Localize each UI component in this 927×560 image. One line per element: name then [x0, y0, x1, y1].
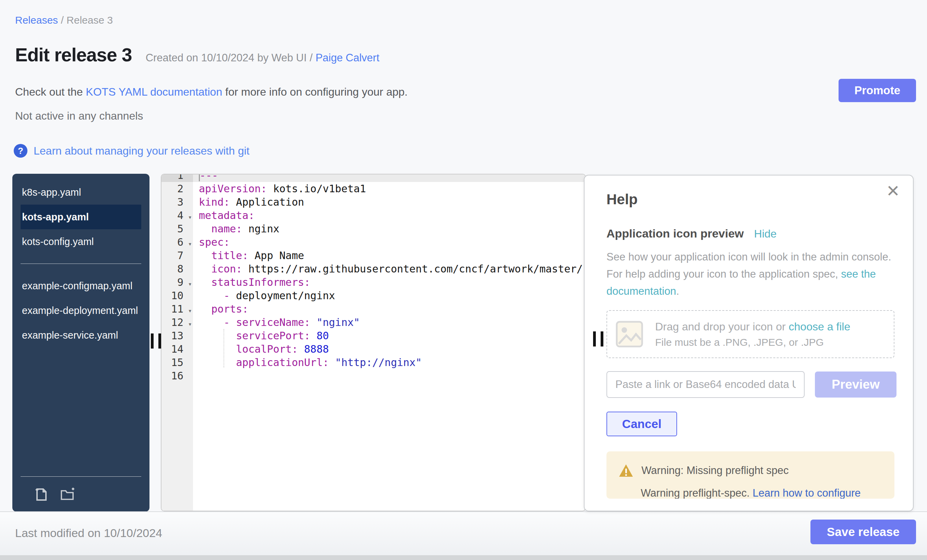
breadcrumb-separator: /	[58, 14, 67, 26]
warning-header: Warning: Missing preflight spec	[619, 464, 894, 477]
file-name-label: kots-app.yaml	[22, 211, 89, 222]
resize-bar	[593, 331, 596, 346]
add-file-icon[interactable]	[32, 485, 49, 502]
save-release-button[interactable]: Save release	[810, 519, 916, 544]
line-number: 16	[171, 370, 184, 382]
icon-url-row: Preview	[606, 371, 913, 398]
line-number: 7	[177, 249, 184, 261]
line-number: 4	[177, 209, 184, 222]
code-line[interactable]: 5 ▾ name: nginx	[161, 222, 585, 235]
code-line[interactable]: 8 ▾ icon: https://raw.githubusercontent.…	[161, 262, 585, 276]
resize-bar	[158, 334, 161, 349]
code-line[interactable]: 10 ▾ - deployment/nginx	[161, 289, 585, 302]
preflight-warning-box: Warning: Missing preflight spec Warning …	[606, 451, 894, 499]
sidebar-divider	[21, 264, 141, 264]
code-text: name: nginx	[193, 222, 585, 235]
file-list-item[interactable]: example-deployment.yaml	[21, 298, 141, 323]
hide-link[interactable]: Hide	[754, 228, 777, 240]
line-number: 6	[177, 236, 184, 248]
code-line[interactable]: 6 ▾ spec:	[161, 235, 585, 249]
promote-button[interactable]: Promote	[839, 79, 916, 102]
editor-content: 1 ▾ --- 2 ▾ apiVersion: kots.io/v1beta1 …	[161, 174, 585, 382]
file-list-item[interactable]: kots-app.yaml	[21, 205, 141, 229]
line-number-cell: 13 ▾	[161, 329, 193, 342]
preview-button[interactable]: Preview	[815, 372, 897, 398]
code-text: title: App Name	[193, 249, 585, 262]
code-line[interactable]: 1 ▾ ---	[161, 174, 585, 182]
code-line[interactable]: 7 ▾ title: App Name	[161, 249, 585, 262]
line-number: 2	[177, 183, 184, 195]
title-row: Edit release 3 Created on 10/10/2024 by …	[15, 44, 380, 66]
line-number-cell: 11 ▾	[161, 302, 193, 316]
git-releases-link[interactable]: Learn about managing your releases with …	[33, 145, 249, 157]
line-number: 9	[177, 276, 184, 288]
file-name-label: kots-config.yaml	[22, 236, 94, 247]
code-text: - serviceName: "nginx"	[193, 316, 585, 329]
code-text	[193, 369, 585, 382]
file-sidebar: k8s-app.yaml kots-app.yaml kots-config.y…	[12, 174, 149, 512]
breadcrumb: Releases / Release 3	[15, 14, 113, 26]
icon-preview-section-header: Application icon preview Hide	[606, 227, 913, 240]
close-icon[interactable]: ✕	[886, 183, 900, 199]
cancel-button[interactable]: Cancel	[606, 411, 677, 436]
warning-triangle-icon	[619, 464, 633, 477]
code-line[interactable]: 15 ▾ applicationUrl: "http://nginx"	[161, 356, 585, 369]
breadcrumb-releases-link[interactable]: Releases	[15, 14, 58, 26]
code-line[interactable]: 11 ▾ ports:	[161, 302, 585, 316]
code-line[interactable]: 12 ▾ - serviceName: "nginx"	[161, 316, 585, 329]
created-info: Created on 10/10/2024 by Web UI / Paige …	[146, 52, 380, 64]
line-number-cell: 10 ▾	[161, 289, 193, 302]
code-text: ---	[193, 174, 585, 182]
code-text: apiVersion: kots.io/v1beta1	[193, 182, 585, 195]
bottom-edge-strip	[0, 555, 927, 560]
code-line[interactable]: 2 ▾ apiVersion: kots.io/v1beta1	[161, 182, 585, 195]
indent-guide	[223, 329, 224, 367]
question-circle-icon: ?	[14, 144, 27, 158]
code-line[interactable]: 3 ▾ kind: Application	[161, 195, 585, 209]
line-number-cell: 15 ▾	[161, 356, 193, 369]
warning-detail: Warning preflight-spec. Learn how to con…	[619, 487, 894, 499]
file-name-label: example-service.yaml	[22, 330, 118, 341]
learn-how-to-configure-link[interactable]: Learn how to configure	[752, 487, 860, 499]
drag-drop-text: Drag and drop your icon or	[655, 320, 789, 333]
image-placeholder-icon	[615, 319, 643, 349]
file-list-bottom: example-configmap.yaml example-deploymen…	[12, 273, 149, 348]
page-title: Edit release 3	[15, 44, 132, 66]
file-list-item[interactable]: example-configmap.yaml	[21, 273, 141, 298]
sidebar-resize-handle[interactable]	[151, 334, 162, 349]
line-number: 12	[171, 316, 184, 328]
file-list-item[interactable]: kots-config.yaml	[21, 229, 141, 254]
dropzone-main-text: Drag and drop your icon or choose a file	[655, 320, 850, 333]
help-panel-title: Help	[606, 191, 913, 208]
file-list-top: k8s-app.yaml kots-app.yaml kots-config.y…	[12, 180, 149, 254]
code-line[interactable]: 4 ▾ metadata:	[161, 209, 585, 222]
yaml-editor[interactable]: 1 ▾ --- 2 ▾ apiVersion: kots.io/v1beta1 …	[161, 174, 586, 511]
file-list-item[interactable]: example-service.yaml	[21, 323, 141, 348]
file-name-label: k8s-app.yaml	[22, 187, 81, 198]
kots-yaml-doc-link[interactable]: KOTS YAML documentation	[86, 86, 222, 98]
line-number-cell: 6 ▾	[161, 235, 193, 249]
code-line[interactable]: 9 ▾ statusInformers:	[161, 276, 585, 289]
line-number-cell: 9 ▾	[161, 276, 193, 289]
icon-dropzone[interactable]: Drag and drop your icon or choose a file…	[606, 310, 894, 358]
choose-file-link[interactable]: choose a file	[789, 320, 851, 333]
code-line[interactable]: 16 ▾	[161, 369, 585, 382]
code-text: servicePort: 80	[193, 329, 585, 342]
doc-line-suffix: for more info on configuring your app.	[222, 86, 407, 98]
icon-url-input[interactable]	[606, 371, 805, 398]
file-list-item[interactable]: k8s-app.yaml	[21, 180, 141, 205]
created-author-link[interactable]: Paige Calvert	[315, 52, 379, 64]
code-line[interactable]: 13 ▾ servicePort: 80	[161, 329, 585, 342]
code-line[interactable]: 14 ▾ localPort: 8888	[161, 342, 585, 356]
help-resize-handle[interactable]	[593, 331, 604, 346]
line-number-cell: 3 ▾	[161, 195, 193, 209]
channel-status: Not active in any channels	[15, 110, 143, 122]
code-text: localPort: 8888	[193, 342, 585, 356]
dropzone-texts: Drag and drop your icon or choose a file…	[655, 320, 850, 348]
code-text: kind: Application	[193, 195, 585, 209]
git-help-row: ? Learn about managing your releases wit…	[14, 144, 249, 158]
line-number-cell: 12 ▾	[161, 316, 193, 329]
line-number: 13	[171, 330, 184, 342]
add-folder-icon[interactable]	[59, 485, 76, 502]
line-number-cell: 16 ▾	[161, 369, 193, 382]
